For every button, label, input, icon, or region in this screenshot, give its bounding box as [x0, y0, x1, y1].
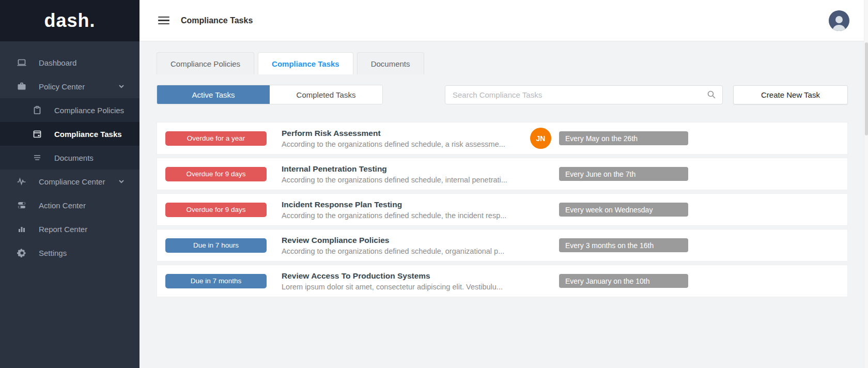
sidebar-item-label: Compliance Tasks	[54, 130, 122, 139]
status-badge: Overdue for 9 days	[165, 167, 267, 181]
scrollbar-track[interactable]	[864, 0, 868, 368]
schedule-badge: Every May on the 26th	[559, 131, 688, 145]
sidebar-item-documents[interactable]: Documents	[0, 146, 140, 170]
task-description: According to the organizations defined s…	[282, 247, 530, 255]
activity-icon	[17, 176, 27, 187]
briefcase-icon	[17, 81, 27, 91]
logo-text: dash.	[44, 10, 95, 32]
task-title: Review Access To Production Systems	[282, 271, 530, 281]
sidebar-item-label: Compliance Policies	[54, 106, 124, 115]
create-new-task-button[interactable]: Create New Task	[733, 85, 848, 104]
status-badge: Overdue for a year	[165, 131, 267, 146]
policy-center-submenu: Compliance Policies Compliance Tasks Doc…	[0, 98, 140, 170]
sidebar-item-label: Documents	[54, 154, 94, 162]
tab-documents[interactable]: Documents	[357, 52, 424, 74]
task-row[interactable]: Due in 7 months Review Access To Product…	[157, 265, 848, 297]
calendar-icon	[32, 129, 42, 139]
chevron-down-icon	[118, 83, 125, 91]
sidebar-item-compliance-policies[interactable]: Compliance Policies	[0, 98, 140, 122]
task-description: Lorem ipsum dolor sit amet, consectetur …	[282, 283, 530, 291]
task-description: According to the organizations defined s…	[282, 176, 530, 184]
active-tasks-toggle[interactable]: Active Tasks	[157, 85, 270, 104]
scrollbar-thumb[interactable]	[865, 42, 868, 135]
task-title: Incident Response Plan Testing	[282, 200, 530, 209]
task-row[interactable]: Due in 7 hours Review Compliance Policie…	[157, 229, 848, 262]
schedule-badge: Every June on the 7th	[559, 167, 688, 181]
task-description: According to the organizations defined s…	[282, 140, 530, 148]
task-description: According to the organizations defined s…	[282, 211, 530, 220]
sidebar-item-label: Report Center	[39, 225, 87, 234]
status-badge: Due in 7 months	[165, 274, 267, 288]
tab-compliance-tasks[interactable]: Compliance Tasks	[258, 52, 353, 74]
task-list: Overdue for a year Perform Risk Assessme…	[157, 122, 848, 297]
assignee-avatar[interactable]: JN	[530, 128, 551, 149]
task-filter-toggle: Active Tasks Completed Tasks	[157, 85, 383, 104]
toggles-icon	[17, 200, 27, 210]
sidebar-item-label: Compliance Center	[39, 177, 105, 186]
bar-chart-icon	[17, 224, 27, 234]
chevron-down-icon	[118, 178, 125, 187]
laptop-icon	[17, 57, 27, 68]
task-title: Review Compliance Policies	[282, 236, 530, 245]
status-badge: Overdue for 9 days	[165, 203, 267, 217]
page-title: Compliance Tasks	[181, 16, 253, 25]
main-content: Compliance Policies Compliance Tasks Doc…	[140, 42, 864, 368]
sidebar-item-action-center[interactable]: Action Center	[0, 193, 140, 217]
topbar: Compliance Tasks	[140, 0, 868, 41]
sidebar-item-policy-center[interactable]: Policy Center	[0, 74, 140, 98]
task-row[interactable]: Overdue for 9 days Incident Response Pla…	[157, 193, 848, 226]
filter-row: Active Tasks Completed Tasks Create New …	[157, 85, 848, 104]
sidebar-item-report-center[interactable]: Report Center	[0, 217, 140, 241]
sidebar-item-settings[interactable]: Settings	[0, 241, 140, 265]
sidebar-item-dashboard[interactable]: Dashboard	[0, 51, 140, 74]
search-bar	[445, 85, 723, 104]
task-row[interactable]: Overdue for 9 days Internal Penetration …	[157, 158, 848, 190]
completed-tasks-toggle[interactable]: Completed Tasks	[270, 85, 382, 104]
person-icon	[830, 13, 848, 31]
tab-compliance-policies[interactable]: Compliance Policies	[157, 52, 254, 74]
schedule-badge: Every January on the 10th	[559, 274, 688, 288]
sidebar-nav: Dashboard Policy Center Compliance Polic…	[0, 41, 140, 265]
task-title: Perform Risk Assessment	[282, 129, 530, 138]
tab-bar: Compliance Policies Compliance Tasks Doc…	[157, 52, 848, 74]
sidebar: dash. Dashboard Policy Center Compliance	[0, 0, 140, 368]
sidebar-item-label: Dashboard	[39, 58, 76, 67]
sidebar-item-label: Policy Center	[39, 82, 85, 91]
lines-icon	[32, 152, 42, 163]
sidebar-item-label: Settings	[39, 249, 67, 257]
search-icon	[707, 90, 716, 99]
gear-icon	[17, 248, 27, 258]
logo[interactable]: dash.	[0, 0, 140, 41]
clipboard-icon	[32, 105, 42, 115]
task-row[interactable]: Overdue for a year Perform Risk Assessme…	[157, 122, 848, 155]
schedule-badge: Every 3 months on the 16th	[559, 238, 688, 252]
schedule-badge: Every week on Wednesday	[559, 203, 688, 217]
sidebar-item-compliance-tasks[interactable]: Compliance Tasks	[0, 122, 140, 146]
avatar[interactable]	[829, 10, 849, 31]
sidebar-item-label: Action Center	[39, 201, 86, 210]
status-badge: Due in 7 hours	[165, 238, 267, 253]
sidebar-item-compliance-center[interactable]: Compliance Center	[0, 170, 140, 193]
task-title: Internal Penetration Testing	[282, 164, 530, 174]
hamburger-menu-icon[interactable]	[158, 14, 169, 27]
search-input[interactable]	[453, 90, 707, 99]
